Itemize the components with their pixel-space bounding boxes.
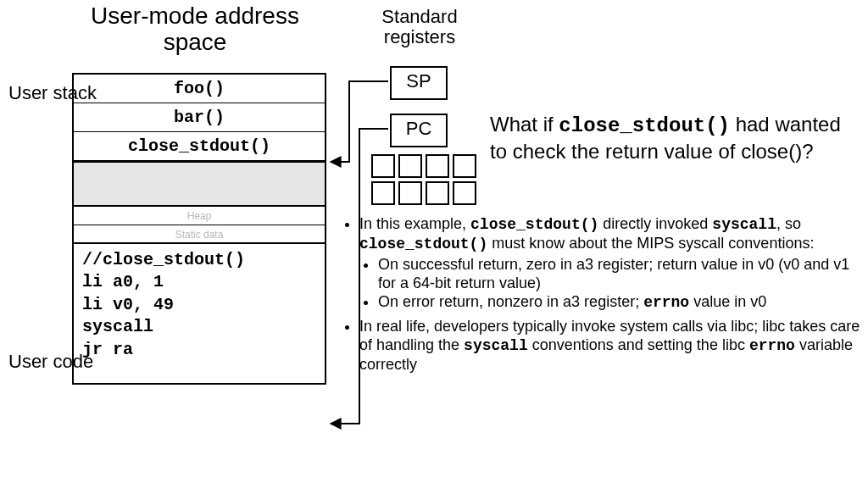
address-space-box: foo() bar() close_stdout() Heap Static d… <box>72 73 326 385</box>
question-text: What if close_stdout() had wanted to che… <box>490 112 854 164</box>
arrow-sp-to-stack <box>331 81 388 162</box>
code-line-0: //close_stdout() <box>82 249 316 271</box>
stack-free-region <box>74 161 325 207</box>
code-line-4: jr ra <box>82 339 316 361</box>
small-register-7 <box>453 181 476 205</box>
registers-title: Standard registers <box>356 7 483 47</box>
code-line-3: syscall <box>82 316 316 338</box>
bullet-list: In this example, close_stdout() directly… <box>344 215 863 380</box>
small-register-2 <box>426 154 449 178</box>
addr-space-title: User-mode address space <box>85 3 305 56</box>
heap-segment: Heap <box>74 207 325 225</box>
bullet-1b: On error return, nonzero in a3 register;… <box>378 293 863 313</box>
stack-frame-foo: foo() <box>74 75 325 103</box>
stack-frame-close-stdout: close_stdout() <box>74 132 325 161</box>
register-sp: SP <box>390 66 448 100</box>
static-data-segment: Static data <box>74 225 325 244</box>
bullet-2: In real life, developers typically invok… <box>359 318 863 374</box>
stack-frame-bar: bar() <box>74 103 325 132</box>
small-register-1 <box>398 154 422 178</box>
small-register-0 <box>371 154 395 178</box>
small-register-4 <box>371 181 395 205</box>
user-code-segment: //close_stdout() li a0, 1 li v0, 49 sysc… <box>74 244 325 383</box>
code-line-1: li a0, 1 <box>82 271 316 293</box>
small-register-3 <box>453 154 476 178</box>
bullet-1a: On successful return, zero in a3 registe… <box>378 256 863 293</box>
bullet-1: In this example, close_stdout() directly… <box>359 215 863 313</box>
small-register-5 <box>398 181 422 205</box>
code-line-2: li v0, 49 <box>82 294 316 316</box>
register-pc: PC <box>390 114 448 147</box>
small-register-6 <box>426 181 449 205</box>
